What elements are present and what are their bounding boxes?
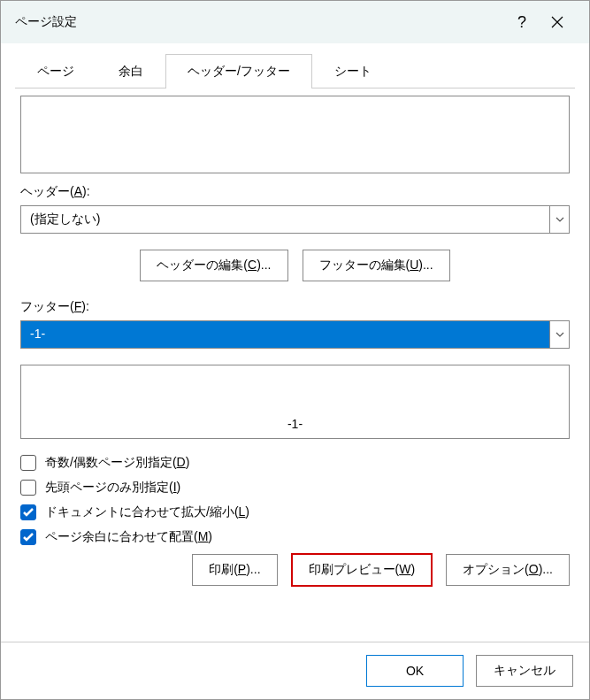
chevron-down-icon — [549, 321, 569, 348]
print-button[interactable]: 印刷(P)... — [192, 554, 277, 586]
header-label: ヘッダー(A): — [20, 184, 570, 200]
print-preview-button[interactable]: 印刷プレビュー(W) — [292, 554, 433, 586]
header-select[interactable]: (指定しない) — [20, 205, 570, 234]
ok-button[interactable]: OK — [366, 655, 464, 687]
footer-label: フッター(F): — [20, 299, 570, 315]
help-button[interactable]: ? — [504, 4, 540, 40]
edit-header-button[interactable]: ヘッダーの編集(C)... — [140, 250, 287, 281]
chevron-down-icon — [549, 206, 569, 233]
checkbox-odd-even[interactable]: 奇数/偶数ページ別指定(D) — [20, 455, 570, 471]
checkbox-icon — [20, 455, 36, 471]
checkbox-first-page[interactable]: 先頭ページのみ別指定(I) — [20, 480, 570, 496]
tab-sheet[interactable]: シート — [312, 54, 394, 88]
dialog-title: ページ設定 — [15, 14, 504, 30]
main-pane: ヘッダー(A): (指定しない) ヘッダーの編集(C)... フッターの編集(U… — [1, 88, 589, 586]
header-select-value: (指定しない) — [21, 206, 549, 233]
footer-preview-text: -1- — [287, 417, 303, 431]
checkbox-checked-icon — [20, 529, 36, 545]
tab-headerfooter[interactable]: ヘッダー/フッター — [165, 54, 312, 88]
cancel-button[interactable]: キャンセル — [476, 655, 573, 687]
edit-footer-button[interactable]: フッターの編集(U)... — [303, 250, 450, 281]
footer-select[interactable]: -1- — [20, 320, 570, 349]
dialog-footer: OK キャンセル — [1, 642, 589, 699]
tab-page[interactable]: ページ — [15, 54, 96, 88]
footer-preview: -1- — [20, 365, 570, 439]
checkbox-align-margins[interactable]: ページ余白に合わせて配置(M) — [20, 529, 570, 545]
close-button[interactable] — [540, 4, 575, 40]
header-preview — [20, 96, 570, 173]
options-button[interactable]: オプション(O)... — [446, 554, 570, 586]
checkbox-checked-icon — [20, 504, 36, 520]
footer-select-value: -1- — [21, 321, 549, 348]
titlebar: ページ設定 ? — [1, 1, 589, 43]
tab-margins[interactable]: 余白 — [96, 54, 165, 88]
checkbox-scale-document[interactable]: ドキュメントに合わせて拡大/縮小(L) — [20, 504, 570, 520]
checkbox-icon — [20, 480, 36, 496]
tab-bar: ページ 余白 ヘッダー/フッター シート — [1, 43, 589, 88]
